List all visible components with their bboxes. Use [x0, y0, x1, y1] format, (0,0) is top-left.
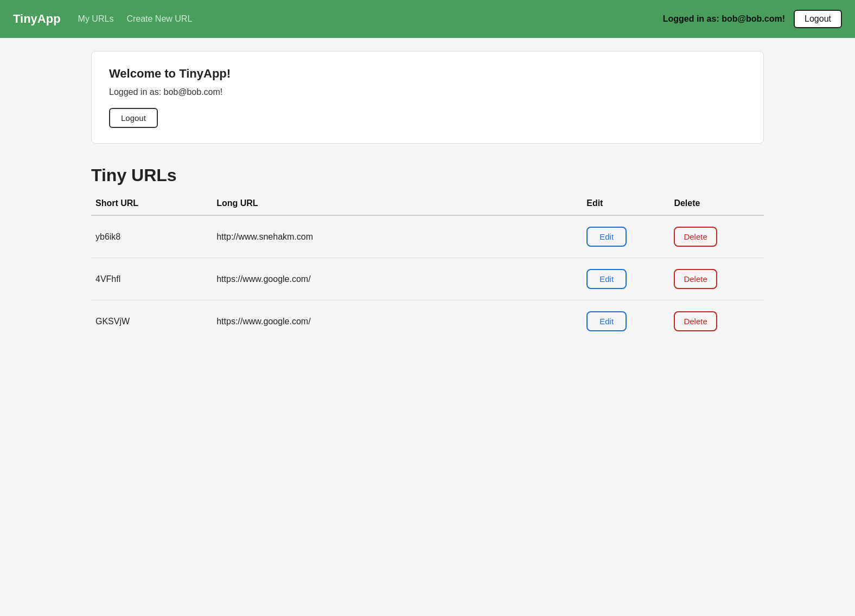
- col-header-short-url: Short URL: [91, 192, 212, 215]
- cell-edit: Edit: [582, 258, 669, 300]
- cell-edit: Edit: [582, 300, 669, 343]
- nav-link-create-new-url[interactable]: Create New URL: [126, 14, 192, 24]
- nav-brand[interactable]: TinyApp: [13, 12, 61, 26]
- cell-short-url: yb6ik8: [91, 215, 212, 258]
- delete-button[interactable]: Delete: [674, 227, 717, 247]
- edit-button[interactable]: Edit: [586, 311, 627, 331]
- col-header-long-url: Long URL: [212, 192, 582, 215]
- welcome-subtitle: Logged in as: bob@bob.com!: [109, 87, 746, 97]
- nav-link-my-urls[interactable]: My URLs: [78, 14, 114, 24]
- welcome-logout-button[interactable]: Logout: [109, 108, 158, 128]
- cell-delete: Delete: [669, 258, 764, 300]
- table-body: yb6ik8http://www.snehakm.comEditDelete4V…: [91, 215, 764, 342]
- edit-button[interactable]: Edit: [586, 227, 627, 247]
- nav-right: Logged in as: bob@bob.com! Logout: [663, 10, 842, 28]
- cell-delete: Delete: [669, 215, 764, 258]
- cell-short-url: 4VFhfl: [91, 258, 212, 300]
- table-header: Short URL Long URL Edit Delete: [91, 192, 764, 215]
- table-row: GKSVjWhttps://www.google.com/EditDelete: [91, 300, 764, 343]
- cell-delete: Delete: [669, 300, 764, 343]
- url-table: Short URL Long URL Edit Delete yb6ik8htt…: [91, 192, 764, 342]
- cell-long-url: http://www.snehakm.com: [212, 215, 582, 258]
- welcome-card: Welcome to TinyApp! Logged in as: bob@bo…: [91, 51, 764, 144]
- table-row: 4VFhflhttps://www.google.com/EditDelete: [91, 258, 764, 300]
- delete-button[interactable]: Delete: [674, 311, 717, 331]
- cell-short-url: GKSVjW: [91, 300, 212, 343]
- table-row: yb6ik8http://www.snehakm.comEditDelete: [91, 215, 764, 258]
- nav-links: My URLs Create New URL: [78, 14, 663, 24]
- tiny-urls-section: Tiny URLs Short URL Long URL Edit Delete…: [91, 165, 764, 342]
- navbar: TinyApp My URLs Create New URL Logged in…: [0, 0, 855, 38]
- col-header-delete: Delete: [669, 192, 764, 215]
- main-content: Welcome to TinyApp! Logged in as: bob@bo…: [80, 38, 775, 355]
- nav-user-text: Logged in as: bob@bob.com!: [663, 14, 785, 24]
- section-title: Tiny URLs: [91, 165, 764, 185]
- welcome-title: Welcome to TinyApp!: [109, 67, 746, 81]
- nav-logout-button[interactable]: Logout: [794, 10, 842, 28]
- delete-button[interactable]: Delete: [674, 269, 717, 289]
- edit-button[interactable]: Edit: [586, 269, 627, 289]
- cell-long-url: https://www.google.com/: [212, 300, 582, 343]
- col-header-edit: Edit: [582, 192, 669, 215]
- cell-edit: Edit: [582, 215, 669, 258]
- cell-long-url: https://www.google.com/: [212, 258, 582, 300]
